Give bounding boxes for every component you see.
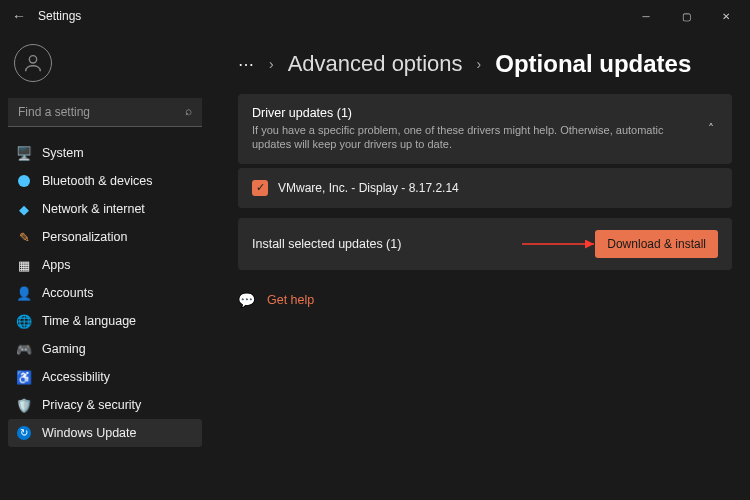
nav-icon: 👤 [16, 285, 32, 301]
driver-updates-header[interactable]: Driver updates (1) If you have a specifi… [238, 94, 732, 164]
user-avatar[interactable] [14, 44, 52, 82]
sidebar-item-label: Privacy & security [42, 398, 141, 412]
person-icon [22, 52, 44, 74]
sidebar-item-time-language[interactable]: 🌐Time & language [8, 307, 202, 335]
chevron-up-icon[interactable]: ˄ [704, 118, 718, 140]
driver-checkbox[interactable]: ✓ [252, 180, 268, 196]
minimize-button[interactable]: ─ [626, 0, 666, 32]
search-icon: ⌕ [185, 104, 192, 118]
sidebar: ⌕ 🖥️SystemBluetooth & devices◆Network & … [0, 32, 210, 500]
get-help-label: Get help [267, 293, 314, 307]
sidebar-item-label: Windows Update [42, 426, 137, 440]
sidebar-item-label: Personalization [42, 230, 127, 244]
nav-icon: 🖥️ [16, 145, 32, 161]
nav-icon: ✎ [16, 229, 32, 245]
nav-icon: ♿ [16, 369, 32, 385]
install-selected-label: Install selected updates (1) [252, 237, 401, 251]
driver-item-label: VMware, Inc. - Display - 8.17.2.14 [278, 181, 459, 195]
get-help-link[interactable]: 💬 Get help [238, 292, 732, 308]
search-box[interactable]: ⌕ [8, 98, 202, 127]
main-content: ⋯ › Advanced options › Optional updates … [210, 32, 750, 500]
sidebar-item-personalization[interactable]: ✎Personalization [8, 223, 202, 251]
driver-item-row[interactable]: ✓ VMware, Inc. - Display - 8.17.2.14 [238, 168, 732, 208]
nav-icon [16, 173, 32, 189]
help-icon: 💬 [238, 292, 255, 308]
sidebar-item-windows-update[interactable]: ↻Windows Update [8, 419, 202, 447]
back-button[interactable]: ← [4, 8, 34, 24]
sidebar-item-label: Time & language [42, 314, 136, 328]
sidebar-item-label: Gaming [42, 342, 86, 356]
nav-icon: 🌐 [16, 313, 32, 329]
driver-section-desc: If you have a specific problem, one of t… [252, 123, 672, 152]
sidebar-item-label: System [42, 146, 84, 160]
page-title: Optional updates [495, 50, 691, 78]
maximize-button[interactable]: ▢ [666, 0, 706, 32]
sidebar-item-label: Bluetooth & devices [42, 174, 153, 188]
breadcrumb: ⋯ › Advanced options › Optional updates [238, 50, 732, 78]
window-title: Settings [38, 9, 81, 23]
nav-icon: ◆ [16, 201, 32, 217]
sidebar-item-apps[interactable]: ▦Apps [8, 251, 202, 279]
nav-icon: ▦ [16, 257, 32, 273]
nav-icon: 🛡️ [16, 397, 32, 413]
sidebar-item-bluetooth-devices[interactable]: Bluetooth & devices [8, 167, 202, 195]
sidebar-item-privacy-security[interactable]: 🛡️Privacy & security [8, 391, 202, 419]
sidebar-item-accounts[interactable]: 👤Accounts [8, 279, 202, 307]
sidebar-item-label: Accessibility [42, 370, 110, 384]
nav-icon: 🎮 [16, 341, 32, 357]
download-install-button[interactable]: Download & install [595, 230, 718, 258]
search-input[interactable] [8, 98, 202, 127]
title-bar: ← Settings ─ ▢ ✕ [0, 0, 750, 32]
sidebar-item-label: Accounts [42, 286, 93, 300]
nav-icon: ↻ [16, 425, 32, 441]
breadcrumb-overflow[interactable]: ⋯ [238, 55, 255, 74]
breadcrumb-prev[interactable]: Advanced options [288, 51, 463, 77]
close-button[interactable]: ✕ [706, 0, 746, 32]
install-row: Install selected updates (1) Download & … [238, 218, 732, 270]
annotation-arrow [522, 236, 602, 254]
svg-point-0 [29, 56, 36, 63]
sidebar-item-label: Apps [42, 258, 71, 272]
sidebar-item-system[interactable]: 🖥️System [8, 139, 202, 167]
sidebar-item-network-internet[interactable]: ◆Network & internet [8, 195, 202, 223]
chevron-right-icon: › [269, 56, 274, 72]
sidebar-item-accessibility[interactable]: ♿Accessibility [8, 363, 202, 391]
driver-section-title: Driver updates (1) [252, 106, 672, 120]
sidebar-item-gaming[interactable]: 🎮Gaming [8, 335, 202, 363]
sidebar-item-label: Network & internet [42, 202, 145, 216]
chevron-right-icon: › [477, 56, 482, 72]
